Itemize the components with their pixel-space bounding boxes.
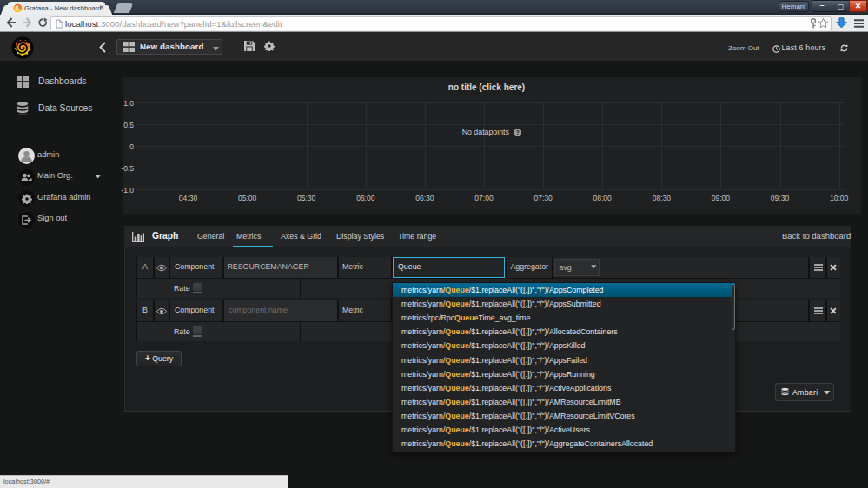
svg-text:?: ?	[515, 129, 519, 136]
